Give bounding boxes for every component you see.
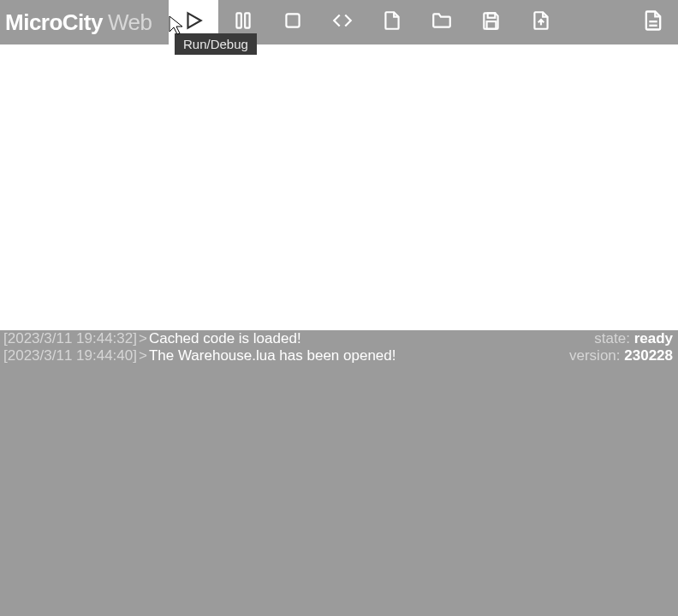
svg-rect-4: [488, 13, 496, 17]
log-timestamp: [2023/3/11 19:44:40]: [3, 347, 137, 364]
viewport[interactable]: [0, 44, 678, 330]
version-label: version:: [569, 347, 621, 364]
pause-icon: [232, 9, 254, 35]
code-button[interactable]: [318, 0, 367, 44]
doc-button[interactable]: [628, 0, 678, 44]
svg-rect-3: [287, 14, 300, 27]
play-icon: [182, 9, 205, 35]
brand-sub: Web: [108, 9, 152, 36]
state-value: ready: [634, 330, 673, 346]
svg-rect-5: [487, 21, 497, 29]
status-panel: state: ready version: 230228: [569, 330, 673, 364]
document-icon: [641, 9, 665, 36]
file-icon: [381, 9, 403, 35]
log-prompt: >: [139, 347, 147, 364]
version-value: 230228: [624, 347, 673, 364]
save-button[interactable]: [467, 0, 516, 44]
new-file-button[interactable]: [367, 0, 417, 44]
tooltip-text: Run/Debug: [183, 37, 248, 51]
export-button[interactable]: [516, 0, 566, 44]
save-icon: [480, 9, 503, 35]
folder-icon: [430, 9, 454, 35]
status-state: state: ready: [569, 330, 673, 347]
state-label: state:: [594, 330, 630, 346]
app-brand: MicroCity Web: [0, 9, 160, 36]
svg-rect-2: [246, 13, 250, 27]
svg-marker-0: [188, 13, 201, 27]
svg-rect-1: [237, 13, 241, 27]
stop-icon: [282, 9, 304, 35]
open-folder-button[interactable]: [417, 0, 467, 44]
tooltip: Run/Debug: [175, 33, 257, 55]
log-message: The Warehouse.lua has been opened!: [149, 347, 396, 364]
toolbar: MicroCity Web: [0, 0, 678, 44]
brand-name: MicroCity: [5, 9, 103, 36]
status-version: version: 230228: [569, 347, 673, 364]
log-prompt: >: [139, 330, 147, 347]
stop-button[interactable]: [268, 0, 318, 44]
file-export-icon: [530, 9, 552, 35]
console: [2023/3/11 19:44:32]>Cached code is load…: [0, 330, 678, 616]
log-message: Cached code is loaded!: [149, 330, 301, 347]
code-icon: [330, 9, 355, 35]
log-timestamp: [2023/3/11 19:44:32]: [3, 330, 137, 347]
